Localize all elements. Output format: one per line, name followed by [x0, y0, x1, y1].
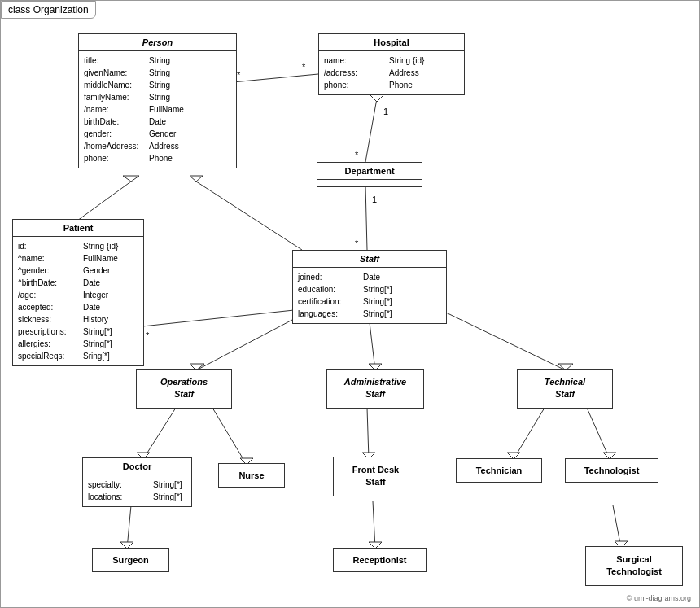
svg-line-10	[77, 182, 131, 221]
svg-text:*: *	[355, 150, 359, 160]
svg-line-24	[212, 408, 247, 465]
svg-text:*: *	[237, 70, 241, 80]
svg-line-3	[365, 98, 377, 162]
class-technician-label: Technician	[462, 466, 536, 475]
class-technologist: Technologist	[565, 458, 658, 483]
class-operations-staff-label: OperationsStaff	[142, 376, 226, 401]
svg-line-26	[367, 408, 369, 459]
svg-line-32	[127, 505, 131, 549]
class-doctor: Doctor specialty:String[*] locations:Str…	[82, 457, 192, 507]
class-technologist-label: Technologist	[571, 466, 653, 475]
svg-line-34	[373, 501, 375, 549]
class-person-body: title:String givenName:String middleName…	[79, 51, 236, 168]
class-admin-staff: AdministrativeStaff	[326, 369, 424, 409]
svg-text:*: *	[302, 62, 306, 72]
class-nurse: Nurse	[218, 463, 285, 488]
svg-line-36	[613, 505, 621, 548]
class-front-desk: Front DeskStaff	[333, 457, 418, 496]
class-surgeon-label: Surgeon	[98, 555, 164, 565]
class-person: Person title:String givenName:String mid…	[78, 33, 237, 168]
svg-line-22	[143, 408, 176, 459]
svg-text:1: 1	[372, 195, 377, 204]
class-technician: Technician	[456, 458, 542, 483]
class-department-body	[317, 180, 422, 186]
class-technical-staff-label: TechnicalStaff	[523, 376, 607, 401]
svg-marker-13	[190, 176, 203, 182]
svg-line-0	[233, 74, 318, 82]
svg-line-12	[196, 182, 302, 250]
class-admin-staff-label: AdministrativeStaff	[332, 376, 418, 401]
class-operations-staff: OperationsStaff	[136, 369, 232, 409]
svg-text:*: *	[146, 330, 150, 340]
class-staff: Staff joined:Date education:String[*] ce…	[292, 250, 447, 324]
class-receptionist-label: Receptionist	[339, 555, 421, 565]
class-patient-header: Patient	[13, 220, 143, 237]
class-hospital: Hospital name:String {id} /address:Addre…	[318, 33, 465, 95]
svg-text:*: *	[355, 238, 359, 248]
class-person-header: Person	[79, 34, 236, 51]
diagram-container: class Organization * * 1 * 1 * *	[0, 0, 700, 608]
svg-marker-11	[123, 176, 139, 182]
svg-line-28	[514, 408, 545, 459]
svg-line-7	[365, 185, 367, 250]
class-staff-body: joined:Date education:String[*] certific…	[293, 268, 446, 323]
svg-line-14	[142, 310, 294, 326]
class-technical-staff: TechnicalStaff	[517, 369, 613, 409]
svg-text:1: 1	[383, 107, 388, 116]
class-surgeon: Surgeon	[92, 548, 169, 572]
class-hospital-header: Hospital	[319, 34, 464, 51]
svg-line-30	[587, 408, 610, 459]
class-doctor-header: Doctor	[83, 458, 191, 475]
class-surgical-technologist: SurgicalTechnologist	[585, 546, 683, 586]
copyright: © uml-diagrams.org	[627, 594, 691, 602]
class-patient: Patient id:String {id} ^name:FullName ^g…	[12, 219, 144, 366]
class-staff-header: Staff	[293, 251, 446, 268]
class-hospital-body: name:String {id} /address:Address phone:…	[319, 51, 464, 94]
class-receptionist: Receptionist	[333, 548, 427, 572]
diagram-title: class Organization	[1, 1, 96, 19]
class-department: Department	[317, 162, 422, 187]
class-patient-body: id:String {id} ^name:FullName ^gender:Ge…	[13, 237, 143, 365]
class-front-desk-label: Front DeskStaff	[339, 464, 413, 489]
class-department-header: Department	[317, 163, 422, 180]
class-doctor-body: specialty:String[*] locations:String[*]	[83, 475, 191, 506]
class-surgical-technologist-label: SurgicalTechnologist	[591, 553, 677, 579]
class-nurse-label: Nurse	[224, 470, 279, 480]
